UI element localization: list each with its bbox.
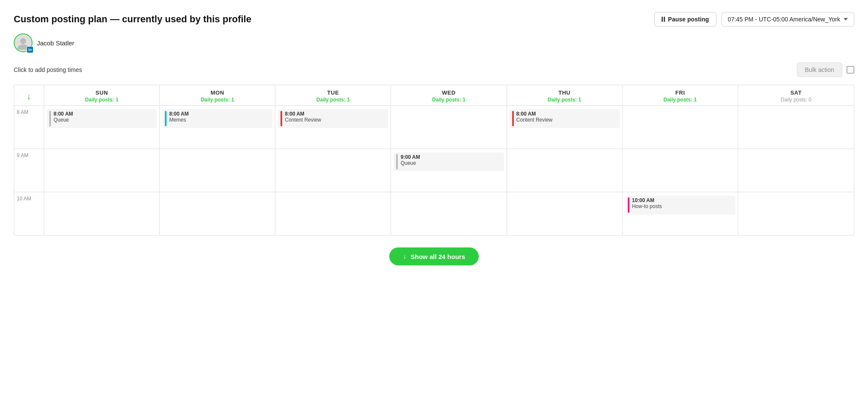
- day-cell-mon-8-am[interactable]: 8:00 AM Memes: [160, 106, 275, 149]
- day-name-tue: TUE: [278, 89, 388, 96]
- day-cell-mon-10-am[interactable]: [160, 192, 275, 235]
- day-cell-tue-9-am[interactable]: [275, 149, 391, 192]
- event-card[interactable]: 8:00 AM Queue: [47, 109, 157, 128]
- svg-point-0: [20, 38, 26, 44]
- event-time: 8:00 AM: [285, 111, 321, 117]
- event-card[interactable]: 8:00 AM Content Review: [510, 109, 620, 128]
- day-cell-sat-9-am[interactable]: [738, 149, 854, 192]
- event-stripe: [49, 111, 51, 126]
- timezone-selector[interactable]: 07:45 PM - UTC-05:00 America/New_York: [722, 12, 854, 27]
- event-name: Queue: [400, 160, 420, 166]
- calendar-corner: ↓: [14, 85, 44, 105]
- add-times-label: Click to add posting times: [14, 66, 82, 73]
- event-name: Content Review: [285, 117, 321, 123]
- time-label-8-am: 8 AM: [14, 106, 44, 149]
- event-text: 8:00 AM Content Review: [516, 111, 553, 123]
- daily-posts-sun: Daily posts: 1: [47, 97, 157, 103]
- day-name-fri: FRI: [625, 89, 735, 96]
- day-name-sat: SAT: [741, 89, 851, 96]
- day-cell-tue-10-am[interactable]: [275, 192, 391, 235]
- day-cell-thu-9-am[interactable]: [507, 149, 623, 192]
- event-text: 8:00 AM Memes: [169, 111, 189, 123]
- event-text: 10:00 AM How-to posts: [632, 197, 662, 209]
- daily-posts-sat: Daily posts: 0: [741, 97, 851, 103]
- event-card[interactable]: 10:00 AM How-to posts: [625, 196, 735, 214]
- time-row-10-am: 10 AM 10:00 AM How-to posts: [14, 192, 854, 235]
- linkedin-badge: in: [27, 46, 33, 53]
- show-all-hours-label: Show all 24 hours: [411, 253, 465, 260]
- chevron-down-icon: [844, 18, 848, 21]
- event-stripe: [396, 154, 398, 170]
- show-all-hours-button[interactable]: ↓ Show all 24 hours: [389, 247, 479, 265]
- event-name: How-to posts: [632, 203, 662, 209]
- time-label-9-am: 9 AM: [14, 149, 44, 192]
- day-cell-fri-8-am[interactable]: [623, 106, 738, 149]
- event-stripe: [628, 197, 629, 213]
- event-stripe: [280, 111, 282, 126]
- event-stripe: [512, 111, 514, 126]
- event-name: Content Review: [516, 117, 553, 123]
- event-time: 10:00 AM: [632, 197, 662, 203]
- bulk-action-group: Bulk action: [797, 63, 854, 77]
- time-label-10-am: 10 AM: [14, 192, 44, 235]
- bulk-select-checkbox[interactable]: [847, 66, 854, 74]
- day-cell-wed-10-am[interactable]: [391, 192, 507, 235]
- daily-posts-mon: Daily posts: 1: [162, 97, 272, 103]
- event-time: 8:00 AM: [516, 111, 553, 117]
- day-cell-sun-8-am[interactable]: 8:00 AM Queue: [44, 106, 160, 149]
- header-controls: Pause posting 07:45 PM - UTC-05:00 Ameri…: [654, 12, 854, 27]
- toolbar-row: Click to add posting times Bulk action: [14, 63, 854, 77]
- day-name-thu: THU: [510, 89, 620, 96]
- page-title: Custom posting plan — currently used by …: [14, 14, 251, 25]
- calendar-header-sun: SUN Daily posts: 1: [44, 85, 160, 105]
- day-cell-fri-9-am[interactable]: [623, 149, 738, 192]
- show-hours-row: ↓ Show all 24 hours: [14, 247, 854, 265]
- day-name-wed: WED: [394, 89, 504, 96]
- day-cell-sun-9-am[interactable]: [44, 149, 160, 192]
- profile-row: in Jacob Statler: [14, 33, 854, 52]
- daily-posts-fri: Daily posts: 1: [625, 97, 735, 103]
- daily-posts-tue: Daily posts: 1: [278, 97, 388, 103]
- calendar-header-thu: THU Daily posts: 1: [507, 85, 623, 105]
- event-time: 8:00 AM: [169, 111, 189, 117]
- daily-posts-thu: Daily posts: 1: [510, 97, 620, 103]
- calendar-header-tue: TUE Daily posts: 1: [275, 85, 391, 105]
- day-cell-fri-10-am[interactable]: 10:00 AM How-to posts: [623, 192, 738, 235]
- event-text: 8:00 AM Queue: [54, 111, 73, 123]
- event-text: 9:00 AM Queue: [400, 154, 420, 166]
- day-cell-mon-9-am[interactable]: [160, 149, 275, 192]
- calendar-header-wed: WED Daily posts: 1: [391, 85, 507, 105]
- event-card[interactable]: 9:00 AM Queue: [394, 152, 504, 171]
- sort-icon: ↓: [27, 91, 31, 102]
- pause-posting-button[interactable]: Pause posting: [654, 12, 716, 27]
- pause-posting-label: Pause posting: [668, 16, 709, 23]
- day-cell-sat-10-am[interactable]: [738, 192, 854, 235]
- calendar-header-mon: MON Daily posts: 1: [160, 85, 275, 105]
- event-card[interactable]: 8:00 AM Memes: [162, 109, 272, 128]
- calendar: ↓ SUN Daily posts: 1 MON Daily posts: 1 …: [14, 85, 854, 235]
- avatar: in: [14, 33, 33, 52]
- day-cell-thu-10-am[interactable]: [507, 192, 623, 235]
- bulk-action-button[interactable]: Bulk action: [797, 63, 842, 77]
- event-text: 8:00 AM Content Review: [285, 111, 321, 123]
- day-cell-thu-8-am[interactable]: 8:00 AM Content Review: [507, 106, 623, 149]
- day-name-sun: SUN: [47, 89, 157, 96]
- calendar-header-fri: FRI Daily posts: 1: [623, 85, 738, 105]
- event-time: 9:00 AM: [400, 154, 420, 160]
- day-cell-sat-8-am[interactable]: [738, 106, 854, 149]
- time-row-8-am: 8 AM 8:00 AM Queue 8:00 AM Memes 8:00 AM…: [14, 106, 854, 149]
- calendar-header: ↓ SUN Daily posts: 1 MON Daily posts: 1 …: [14, 85, 854, 106]
- event-stripe: [165, 111, 167, 126]
- daily-posts-wed: Daily posts: 1: [394, 97, 504, 103]
- event-card[interactable]: 8:00 AM Content Review: [278, 109, 388, 128]
- time-row-9-am: 9 AM 9:00 AM Queue: [14, 149, 854, 192]
- day-cell-wed-9-am[interactable]: 9:00 AM Queue: [391, 149, 507, 192]
- day-cell-wed-8-am[interactable]: [391, 106, 507, 149]
- timezone-label: 07:45 PM - UTC-05:00 America/New_York: [728, 16, 840, 23]
- calendar-body: 8 AM 8:00 AM Queue 8:00 AM Memes 8:00 AM…: [14, 106, 854, 235]
- day-cell-sun-10-am[interactable]: [44, 192, 160, 235]
- calendar-header-sat: SAT Daily posts: 0: [738, 85, 854, 105]
- event-name: Memes: [169, 117, 189, 123]
- day-cell-tue-8-am[interactable]: 8:00 AM Content Review: [275, 106, 391, 149]
- event-time: 8:00 AM: [54, 111, 73, 117]
